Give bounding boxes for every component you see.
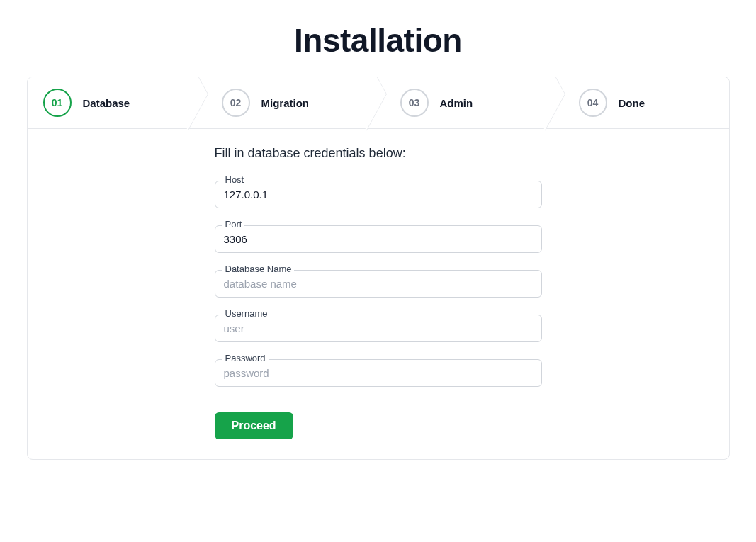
password-input[interactable]: [215, 360, 541, 386]
step-database[interactable]: 01 Database: [28, 77, 193, 128]
step-label: Database: [83, 97, 130, 109]
form-content: Fill in database credentials below: Host…: [28, 129, 729, 459]
database-name-label: Database Name: [222, 264, 295, 273]
field-host: Host: [215, 181, 542, 208]
step-label: Admin: [440, 97, 473, 109]
field-port: Port: [215, 225, 542, 253]
step-migration[interactable]: 02 Migration: [193, 77, 372, 128]
step-done[interactable]: 04 Done: [551, 77, 729, 128]
field-database-name: Database Name: [215, 270, 542, 298]
step-label: Migration: [261, 97, 310, 109]
field-password: Password: [215, 359, 542, 387]
username-label: Username: [222, 309, 271, 318]
host-input[interactable]: [215, 181, 541, 208]
port-input[interactable]: [215, 226, 541, 252]
step-number: 04: [579, 89, 607, 117]
page-title: Installation: [0, 21, 756, 60]
database-name-input[interactable]: [215, 271, 541, 297]
username-input[interactable]: [215, 315, 541, 341]
step-admin[interactable]: 03 Admin: [372, 77, 551, 128]
install-panel: 01 Database 02 Migration 03 Admin 04 Don…: [27, 77, 730, 460]
password-label: Password: [222, 354, 269, 363]
step-number: 02: [222, 89, 250, 117]
step-label: Done: [619, 97, 645, 109]
host-label: Host: [222, 175, 247, 184]
step-number: 01: [43, 89, 72, 117]
field-username: Username: [215, 315, 542, 342]
instructions-text: Fill in database credentials below:: [215, 146, 542, 161]
step-number: 03: [400, 89, 429, 117]
stepper: 01 Database 02 Migration 03 Admin 04 Don…: [28, 77, 729, 129]
proceed-button[interactable]: Proceed: [215, 412, 293, 439]
port-label: Port: [222, 220, 245, 229]
